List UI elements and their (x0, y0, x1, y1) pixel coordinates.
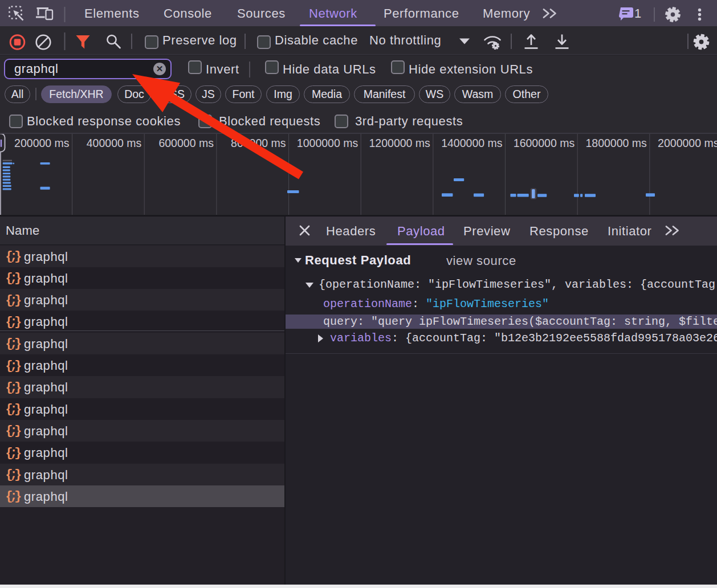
svg-text:1800000 ms: 1800000 ms (585, 137, 647, 149)
svg-text:600000 ms: 600000 ms (158, 137, 214, 149)
svg-text:400000 ms: 400000 ms (87, 137, 142, 149)
svg-text:1000000 ms: 1000000 ms (297, 137, 358, 149)
svg-text:2000000 ms: 2000000 ms (658, 137, 717, 149)
svg-text:1600000 ms: 1600000 ms (514, 137, 575, 149)
svg-text:200000 ms: 200000 ms (14, 137, 70, 149)
svg-text:1400000 ms: 1400000 ms (441, 137, 503, 149)
svg-text:1200000 ms: 1200000 ms (369, 137, 431, 149)
svg-text:800000 ms: 800000 ms (231, 137, 286, 149)
